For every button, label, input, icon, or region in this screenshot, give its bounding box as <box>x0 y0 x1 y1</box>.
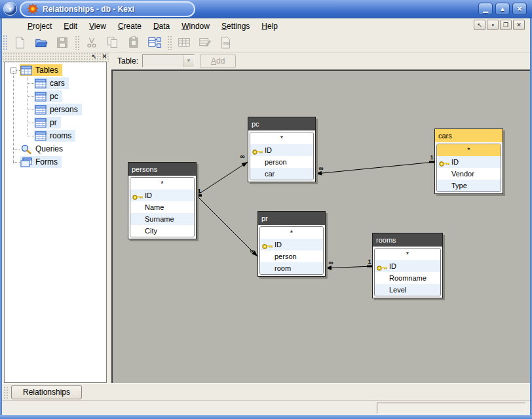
save-button[interactable] <box>53 34 71 51</box>
field-row-car[interactable]: car <box>250 168 313 180</box>
maximize-button[interactable]: ▲ <box>495 3 510 15</box>
sidebar-item-pr[interactable]: pr <box>5 116 106 129</box>
field-row-city[interactable]: City <box>130 225 194 237</box>
tree-item-label: persons <box>50 105 78 114</box>
menu-edit[interactable]: Edit <box>58 20 83 32</box>
save-icon <box>55 35 69 50</box>
field-row-star[interactable]: * <box>437 144 501 156</box>
relation-table-pc[interactable]: pc*IDpersoncar <box>248 117 316 182</box>
menu-create[interactable]: Create <box>112 20 147 32</box>
table-view-button[interactable] <box>175 34 193 51</box>
paste-button[interactable] <box>124 34 143 51</box>
menu-help[interactable]: Help <box>256 20 284 32</box>
relation-table-fields: *IDVendorType <box>436 144 501 192</box>
relation-table-fields: *IDRoomnameLevel <box>374 248 441 296</box>
field-row-star[interactable]: * <box>375 249 440 260</box>
svg-text:1: 1 <box>430 154 433 161</box>
chevron-down-icon[interactable]: ▼ <box>183 55 194 67</box>
field-row-surname[interactable]: Surname <box>130 213 194 225</box>
menu-window[interactable]: Window <box>176 20 216 32</box>
menu-data[interactable]: Data <box>147 20 176 32</box>
system-menu-button[interactable]: ▼ <box>3 2 17 16</box>
field-row-star[interactable]: * <box>250 132 313 144</box>
field-row-level[interactable]: Level <box>375 284 440 296</box>
sidebar-item-pc[interactable]: pc <box>5 90 106 103</box>
relationship-persons-pr[interactable]: 1∞ <box>197 188 259 258</box>
sidebar-item-rooms[interactable]: rooms <box>5 129 106 142</box>
field-row-id[interactable]: ID <box>260 239 323 250</box>
relation-table-fields: *IDNameSurnameCity <box>130 177 195 237</box>
search-icon <box>20 144 32 154</box>
sidebar-item-persons[interactable]: persons <box>5 103 106 116</box>
menu-settings[interactable]: Settings <box>216 20 256 32</box>
table-icon <box>35 105 47 115</box>
relationships-button[interactable] <box>145 34 164 51</box>
field-row-person[interactable]: person <box>250 156 313 168</box>
relationship-persons-pc[interactable]: 1∞ <box>197 153 249 197</box>
primary-key-icon <box>132 192 143 199</box>
sidebar-item-forms[interactable]: Forms <box>5 155 106 169</box>
field-row-name[interactable]: Name <box>130 201 194 213</box>
field-row-id[interactable]: ID <box>437 156 501 168</box>
copy-button[interactable] <box>104 34 122 51</box>
main-toolbar: SQL <box>2 33 530 52</box>
sidebar-item-cars[interactable]: cars <box>5 77 106 90</box>
window-frame-left <box>0 18 2 416</box>
relation-table-rooms[interactable]: rooms*IDRoomnameLevel <box>372 233 443 298</box>
field-row-room[interactable]: room <box>260 262 323 274</box>
primary-key-icon <box>262 241 273 248</box>
restore-child-button[interactable]: ❐ <box>500 20 512 30</box>
undock-button[interactable]: ↖ <box>474 20 485 30</box>
field-row-id[interactable]: ID <box>250 144 313 156</box>
new-file-button[interactable] <box>11 34 29 51</box>
close-button[interactable]: ✕ <box>512 3 527 15</box>
relationships-canvas[interactable]: 1∞1∞1∞1∞ persons*IDNameSurnameCitypc*IDp… <box>111 70 530 383</box>
tree-expander-minus-icon[interactable]: - <box>10 68 16 73</box>
cut-button[interactable] <box>83 34 101 51</box>
navigator-tree: -TablescarspcpersonsprroomsQueriesForms <box>5 62 106 382</box>
close-child-button[interactable]: ✕ <box>513 20 525 30</box>
design-view-button[interactable] <box>196 34 214 51</box>
relation-table-cars[interactable]: cars*IDVendorType <box>434 129 503 194</box>
relation-table-title: persons <box>128 163 196 176</box>
field-row-roomname[interactable]: Roomname <box>375 272 440 284</box>
relationships-icon <box>147 35 162 50</box>
minimize-child-button[interactable]: ▪ <box>487 20 499 30</box>
field-row-star[interactable]: * <box>130 178 194 190</box>
menu-view[interactable]: View <box>83 20 112 32</box>
tree-connector <box>28 136 34 136</box>
tree-connector <box>28 83 34 84</box>
field-row-vendor[interactable]: Vendor <box>437 168 501 180</box>
menu-project[interactable]: Project <box>22 20 58 32</box>
tree-item-highlight: Forms <box>20 156 62 168</box>
relation-table-persons[interactable]: persons*IDNameSurnameCity <box>128 162 197 239</box>
relation-table-pr[interactable]: pr*IDpersonroom <box>257 211 326 277</box>
sidebar-item-tables[interactable]: -Tables <box>5 64 106 77</box>
field-row-type[interactable]: Type <box>437 180 501 191</box>
tab-relationships[interactable]: Relationships <box>11 385 82 399</box>
toolbar-separator <box>75 35 79 50</box>
sql-view-button[interactable]: SQL <box>217 34 235 51</box>
status-field <box>377 403 526 414</box>
open-file-button[interactable] <box>32 34 50 51</box>
relationship-cars-pc[interactable]: 1∞ <box>316 154 434 176</box>
field-row-id[interactable]: ID <box>375 260 440 272</box>
tree-item-highlight: Tables <box>20 64 62 76</box>
table-combobox[interactable]: ▼ <box>142 54 195 68</box>
toolbar-grip[interactable] <box>3 35 7 50</box>
panel-float-icon[interactable]: ↖ <box>90 52 98 61</box>
sidebar-item-queries[interactable]: Queries <box>5 142 106 155</box>
title-bar[interactable]: ▼ Relationships - db - Kexi ▁▲✕ <box>0 0 532 18</box>
field-row-star[interactable]: * <box>260 227 323 239</box>
copy-icon <box>105 35 120 50</box>
panel-close-icon[interactable]: ✕ <box>100 52 109 61</box>
relationship-rooms-pr[interactable]: 1∞ <box>326 258 372 270</box>
minimize-button[interactable]: ▁ <box>478 3 493 15</box>
menu-bar: ProjectEditViewCreateDataWindowSettingsH… <box>2 18 530 33</box>
tree-item-highlight: rooms <box>34 130 75 142</box>
relation-table-title: cars <box>435 129 503 142</box>
add-table-button[interactable]: Add <box>200 54 236 68</box>
field-row-person[interactable]: person <box>260 250 323 262</box>
tabbar-grip[interactable] <box>3 386 8 399</box>
field-row-id[interactable]: ID <box>130 190 194 201</box>
